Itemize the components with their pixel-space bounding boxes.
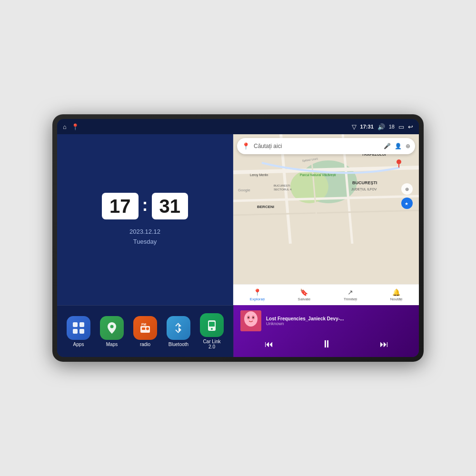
map-nav-share[interactable]: ↗ Trimiteți <box>344 288 357 301</box>
map-nav-explore[interactable]: 📍 Explorați <box>250 288 265 301</box>
mic-icon[interactable]: 🎤 <box>384 143 391 149</box>
status-time: 17:31 <box>360 124 374 129</box>
map-pin-icon: 📍 <box>242 142 250 150</box>
clock-minute-block: 31 <box>152 193 188 219</box>
status-left-icons: ⌂ 📍 <box>63 123 79 130</box>
account-icon[interactable]: 👤 <box>395 143 402 149</box>
apps-row: Apps Maps <box>57 305 233 357</box>
svg-rect-26 <box>79 322 84 327</box>
album-art <box>240 310 261 331</box>
status-right-info: ▽ 17:31 🔊 18 ▭ ↩ <box>352 123 413 130</box>
radio-icon-img: FM <box>133 316 157 340</box>
music-widget: Lost Frequencies_Janieck Devy-... Unknow… <box>233 305 419 357</box>
map-nav-saved-label: Salvate <box>298 297 311 301</box>
saved-icon: 🔖 <box>300 288 308 296</box>
clock-day-value: Tuesday <box>129 237 160 247</box>
svg-text:BERCENI: BERCENI <box>257 205 274 209</box>
clock-hour: 17 <box>109 197 131 216</box>
app-icon-bluetooth[interactable]: Bluetooth <box>167 316 190 347</box>
map-nav-saved[interactable]: 🔖 Salvate <box>298 288 311 301</box>
svg-text:Parcul Natural Văcărești: Parcul Natural Văcărești <box>300 173 336 177</box>
car-display-device: ⌂ 📍 ▽ 17:31 🔊 18 ▭ ↩ 17 : <box>52 114 424 362</box>
bluetooth-icon-img <box>167 316 190 340</box>
status-bar: ⌂ 📍 ▽ 17:31 🔊 18 ▭ ↩ <box>57 119 419 134</box>
clock-minute: 31 <box>159 197 181 216</box>
map-search-bar[interactable]: 📍 Căutați aici 🎤 👤 ⊕ <box>237 138 415 154</box>
map-widget[interactable]: 📍 Căutați aici 🎤 👤 ⊕ <box>233 134 419 305</box>
svg-text:FM: FM <box>141 323 146 326</box>
svg-text:★: ★ <box>405 201 408 206</box>
svg-point-41 <box>248 317 249 318</box>
clock-colon: : <box>142 195 148 215</box>
svg-rect-27 <box>73 329 78 334</box>
news-icon: 🔔 <box>392 288 400 296</box>
clock-date: 2023.12.12 Tuesday <box>129 227 160 247</box>
clock-display: 17 : 31 <box>102 193 188 219</box>
music-info-row: Lost Frequencies_Janieck Devy-... Unknow… <box>240 310 412 331</box>
svg-point-32 <box>146 327 149 330</box>
clock-date-value: 2023.12.12 <box>129 227 160 237</box>
music-title: Lost Frequencies_Janieck Devy-... <box>266 316 412 321</box>
radio-label: radio <box>140 342 150 347</box>
map-nav-news-label: Noutăți <box>390 297 402 301</box>
app-icon-apps[interactable]: Apps <box>67 316 90 347</box>
back-icon[interactable]: ↩ <box>408 123 413 130</box>
app-icon-maps[interactable]: Maps <box>100 316 124 347</box>
next-button[interactable]: ⏭ <box>375 337 393 351</box>
map-nav-explore-label: Explorați <box>250 297 265 301</box>
music-controls: ⏮ ⏸ ⏭ <box>240 336 412 352</box>
prev-button[interactable]: ⏮ <box>260 337 278 351</box>
svg-rect-28 <box>79 329 84 334</box>
bluetooth-label: Bluetooth <box>169 342 188 347</box>
svg-rect-31 <box>142 327 145 330</box>
clock-hour-block: 17 <box>102 193 139 219</box>
map-search-actions: 🎤 👤 ⊕ <box>384 143 410 149</box>
gps-icon: ▽ <box>352 123 357 130</box>
carlink-icon-img <box>200 313 224 337</box>
svg-text:BUCUREȘTI: BUCUREȘTI <box>352 180 377 185</box>
svg-text:BUCUREȘTI: BUCUREȘTI <box>274 184 290 187</box>
svg-rect-35 <box>209 322 215 327</box>
app-icon-carlink[interactable]: Car Link 2.0 <box>200 313 224 349</box>
svg-point-36 <box>211 328 213 330</box>
svg-point-20 <box>397 159 401 164</box>
main-content: 17 : 31 2023.12.12 Tuesday 📍 Căutați <box>57 134 419 357</box>
maps-icon-img <box>100 316 124 340</box>
music-artist: Unknown <box>266 321 412 326</box>
album-art-inner <box>240 310 261 331</box>
app-icon-radio[interactable]: FM radio <box>133 316 157 347</box>
svg-text:SECTORUL 4: SECTORUL 4 <box>274 188 292 191</box>
apps-label: Apps <box>73 342 84 347</box>
carlink-label: Car Link 2.0 <box>200 339 224 349</box>
svg-text:Google: Google <box>238 188 250 192</box>
map-nav-news[interactable]: 🔔 Noutăți <box>390 288 402 301</box>
svg-text:⊕: ⊕ <box>405 187 409 192</box>
apps-icon-img <box>67 316 90 340</box>
layers-icon[interactable]: ⊕ <box>406 143 410 149</box>
svg-text:Leroy Merlin: Leroy Merlin <box>250 173 268 177</box>
device-screen: ⌂ 📍 ▽ 17:31 🔊 18 ▭ ↩ 17 : <box>57 119 419 357</box>
battery-level: 18 <box>389 124 395 129</box>
explore-icon: 📍 <box>253 288 261 296</box>
map-nav-share-label: Trimiteți <box>344 297 357 301</box>
volume-icon[interactable]: 🔊 <box>377 123 385 130</box>
maps-label: Maps <box>106 342 118 347</box>
svg-point-42 <box>253 317 254 318</box>
svg-point-38 <box>244 311 258 327</box>
svg-point-29 <box>110 325 114 328</box>
home-icon[interactable]: ⌂ <box>63 123 67 130</box>
map-pin-icon[interactable]: 📍 <box>71 123 79 130</box>
map-bottom-nav: 📍 Explorați 🔖 Salvate ↗ Trimiteți 🔔 Nout… <box>233 284 419 305</box>
svg-text:JUDEȚUL ILFOV: JUDEȚUL ILFOV <box>351 188 377 191</box>
map-search-placeholder[interactable]: Căutați aici <box>254 143 380 149</box>
clock-widget: 17 : 31 2023.12.12 Tuesday <box>57 134 233 305</box>
music-text: Lost Frequencies_Janieck Devy-... Unknow… <box>266 316 412 326</box>
svg-rect-25 <box>73 322 78 327</box>
share-icon: ↗ <box>347 288 353 296</box>
battery-icon: ▭ <box>398 123 404 130</box>
play-pause-button[interactable]: ⏸ <box>317 336 337 352</box>
